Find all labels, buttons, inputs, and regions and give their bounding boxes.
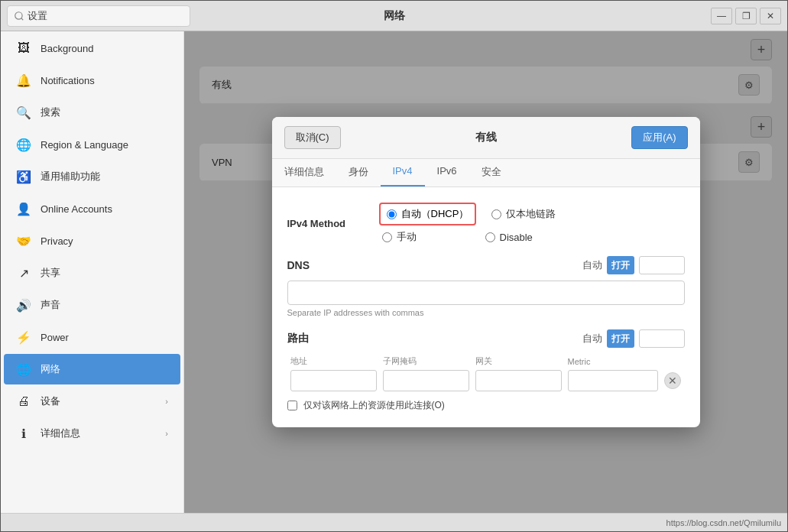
- metric-input[interactable]: [568, 370, 659, 391]
- dns-label: DNS: [287, 259, 582, 271]
- link-local-option[interactable]: 仅本地链路: [491, 207, 556, 221]
- search-icon: [14, 11, 24, 21]
- dns-input[interactable]: [287, 281, 685, 305]
- sidebar-label-details: 详细信息: [41, 427, 80, 440]
- auto-dhcp-radio[interactable]: [387, 209, 397, 219]
- sidebar-icon-online-accounts: 👤: [16, 201, 31, 216]
- col-action: [661, 354, 684, 368]
- sidebar-item-accessibility[interactable]: ♿ 通用辅助功能: [4, 161, 180, 192]
- sidebar-label-region: Region & Language: [41, 139, 128, 151]
- modal-overlay: 取消(C) 有线 应用(A) 详细信息身份IPv4IPv6安全 IPv4 Met…: [184, 31, 787, 513]
- tab-details[interactable]: 详细信息: [272, 159, 336, 187]
- restrict-label: 仅对该网络上的资源使用此连接(O): [303, 399, 445, 412]
- routes-table: 地址 子网掩码 网关 Metric: [287, 354, 685, 393]
- dns-auto-label: 自动: [582, 258, 602, 272]
- restore-button[interactable]: ❐: [735, 8, 757, 24]
- manual-label: 手动: [397, 230, 417, 244]
- sidebar-icon-search: 🔍: [16, 105, 31, 120]
- apply-button[interactable]: 应用(A): [631, 126, 687, 149]
- sidebar-item-notifications[interactable]: 🔔 Notifications: [4, 65, 180, 96]
- ipv4-method-row: IPv4 Method 自动（DHCP） 仅本地链路: [287, 203, 685, 244]
- delete-cell: ✕: [661, 368, 684, 393]
- sidebar-label-online-accounts: Online Accounts: [41, 203, 112, 215]
- sidebar-label-privacy: Privacy: [41, 235, 73, 247]
- disable-option[interactable]: Disable: [485, 232, 533, 243]
- delete-route-button[interactable]: ✕: [664, 372, 681, 389]
- address-input[interactable]: [290, 370, 377, 391]
- col-subnet: 子网掩码: [380, 354, 472, 368]
- sidebar-item-details[interactable]: ℹ 详细信息 ›: [4, 418, 180, 449]
- sidebar-icon-sound: 🔊: [16, 297, 31, 313]
- radio-row-2: 手动 Disable: [379, 230, 685, 244]
- modal-tabs: 详细信息身份IPv4IPv6安全: [272, 159, 700, 187]
- routes-toggle[interactable]: 打开: [607, 329, 634, 348]
- settings-label: 设置: [28, 9, 47, 23]
- sidebar-item-privacy[interactable]: 🤝 Privacy: [4, 225, 180, 256]
- routes-auto-row: 自动 打开: [582, 329, 685, 348]
- sidebar-item-sound[interactable]: 🔊 声音: [4, 290, 180, 320]
- sidebar-icon-background: 🖼: [16, 41, 31, 56]
- radio-row-1: 自动（DHCP） 仅本地链路: [379, 203, 685, 225]
- manual-radio[interactable]: [382, 232, 392, 242]
- wired-config-modal: 取消(C) 有线 应用(A) 详细信息身份IPv4IPv6安全 IPv4 Met…: [272, 117, 700, 427]
- sidebar-label-share: 共享: [41, 266, 60, 280]
- sidebar-item-region[interactable]: 🌐 Region & Language: [4, 129, 180, 160]
- tab-ipv6[interactable]: IPv6: [425, 159, 469, 187]
- tab-ipv4[interactable]: IPv4: [381, 159, 425, 187]
- sidebar-item-devices[interactable]: 🖨 设备 ›: [4, 386, 180, 417]
- sidebar-label-sound: 声音: [41, 298, 60, 312]
- tab-security[interactable]: 安全: [469, 159, 514, 187]
- col-gateway: 网关: [472, 354, 565, 368]
- dns-toggle[interactable]: 打开: [607, 256, 634, 274]
- window-controls: — ❐ ✕: [711, 8, 787, 24]
- sidebar-label-accessibility: 通用辅助功能: [41, 170, 100, 183]
- content-area: + 有线 ⚙ + VPN ⚙: [184, 31, 787, 513]
- disable-radio[interactable]: [485, 232, 495, 242]
- ipv4-method-label: IPv4 Method: [287, 218, 379, 229]
- sidebar-item-power[interactable]: ⚡ Power: [4, 322, 180, 352]
- sidebar-icon-accessibility: ♿: [16, 169, 31, 184]
- chevron-details: ›: [165, 429, 168, 438]
- sidebar-label-search: 搜索: [41, 105, 60, 119]
- routes-toggle-field[interactable]: [639, 329, 685, 348]
- sidebar-item-search[interactable]: 🔍 搜索: [4, 97, 180, 128]
- sidebar-item-share[interactable]: ↗ 共享: [4, 258, 180, 288]
- routes-label: 路由: [287, 332, 582, 345]
- dns-toggle-field[interactable]: [639, 256, 685, 274]
- sidebar-label-power: Power: [41, 332, 69, 343]
- dhcp-option[interactable]: 自动（DHCP）: [379, 203, 477, 225]
- link-local-label: 仅本地链路: [506, 207, 556, 221]
- search-box[interactable]: 设置: [7, 5, 190, 27]
- sidebar-icon-details: ℹ: [16, 426, 31, 441]
- restrict-checkbox-row: 仅对该网络上的资源使用此连接(O): [287, 399, 685, 412]
- sidebar-label-network: 网络: [41, 362, 60, 376]
- route-row: ✕: [287, 368, 685, 393]
- cancel-button[interactable]: 取消(C): [284, 126, 341, 149]
- sidebar-item-online-accounts[interactable]: 👤 Online Accounts: [4, 193, 180, 224]
- link-local-radio[interactable]: [491, 209, 501, 219]
- minimize-button[interactable]: —: [711, 8, 732, 24]
- sidebar-icon-network: 🌐: [16, 362, 31, 377]
- titlebar: 设置 网络 — ❐ ✕: [1, 1, 787, 31]
- col-metric: Metric: [565, 354, 662, 368]
- sidebar-item-network[interactable]: 🌐 网络: [4, 354, 180, 384]
- subnet-input[interactable]: [383, 370, 469, 391]
- col-address: 地址: [287, 354, 380, 368]
- sidebar-icon-privacy: 🤝: [16, 233, 31, 248]
- routes-header-row: 路由 自动 打开: [287, 329, 685, 348]
- disable-label: Disable: [500, 232, 533, 243]
- close-button[interactable]: ✕: [760, 8, 781, 24]
- sidebar-label-devices: 设备: [41, 394, 60, 408]
- restrict-checkbox[interactable]: [287, 401, 297, 410]
- sidebar-icon-power: ⚡: [16, 329, 31, 345]
- svg-point-0: [15, 11, 22, 18]
- manual-option[interactable]: 手动: [382, 230, 417, 244]
- sidebar-icon-devices: 🖨: [16, 394, 31, 409]
- tab-identity[interactable]: 身份: [336, 159, 381, 187]
- sidebar: 🖼 Background 🔔 Notifications 🔍 搜索 🌐 Regi…: [1, 31, 184, 513]
- sidebar-icon-region: 🌐: [16, 137, 31, 152]
- metric-cell: [565, 368, 662, 393]
- sidebar-item-background[interactable]: 🖼 Background: [4, 33, 180, 63]
- modal-header: 取消(C) 有线 应用(A): [272, 117, 700, 159]
- gateway-input[interactable]: [475, 370, 562, 391]
